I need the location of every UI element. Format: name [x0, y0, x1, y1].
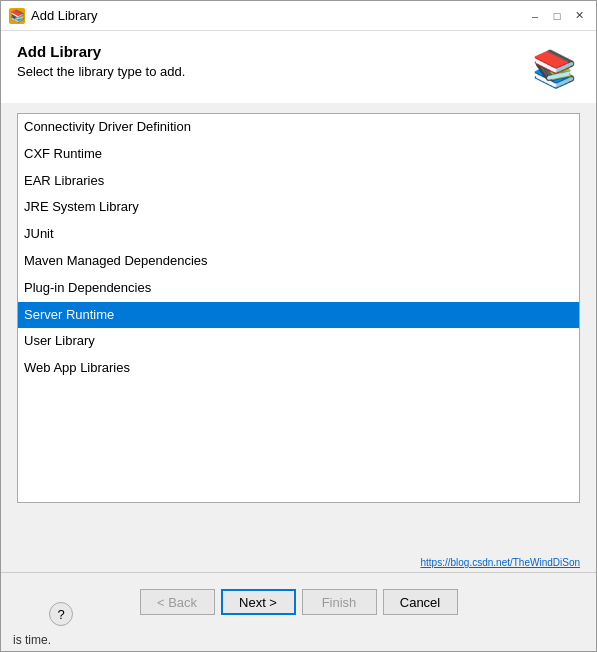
list-item[interactable]: CXF Runtime: [18, 141, 579, 168]
spacer: [1, 511, 596, 555]
list-item[interactable]: JUnit: [18, 221, 579, 248]
help-button[interactable]: ?: [49, 602, 73, 626]
list-item[interactable]: EAR Libraries: [18, 168, 579, 195]
title-bar: 📚 Add Library – □ ✕: [1, 1, 596, 31]
next-button[interactable]: Next >: [221, 589, 296, 615]
bottom-strip: is time.: [1, 631, 596, 651]
bottom-area: ? < Back Next > Finish Cancel: [1, 572, 596, 631]
list-item[interactable]: JRE System Library: [18, 194, 579, 221]
minimize-button[interactable]: –: [526, 7, 544, 25]
library-icon: 📚: [532, 51, 577, 87]
list-item-server-runtime[interactable]: Server Runtime: [18, 302, 579, 329]
back-button[interactable]: < Back: [140, 589, 215, 615]
header-area: Add Library Select the library type to a…: [1, 31, 596, 103]
window: 📚 Add Library – □ ✕ Add Library Select t…: [0, 0, 597, 652]
header-text-block: Add Library Select the library type to a…: [17, 43, 528, 79]
button-row-wrapper: ? < Back Next > Finish Cancel: [17, 583, 580, 621]
window-icon: 📚: [9, 8, 25, 24]
window-title: Add Library: [31, 8, 97, 23]
maximize-button[interactable]: □: [548, 7, 566, 25]
partial-text: is time.: [9, 633, 51, 647]
list-item[interactable]: Connectivity Driver Definition: [18, 114, 579, 141]
list-item[interactable]: Maven Managed Dependencies: [18, 248, 579, 275]
list-item[interactable]: Web App Libraries: [18, 355, 579, 382]
library-type-list[interactable]: Connectivity Driver Definition CXF Runti…: [17, 113, 580, 503]
button-row: < Back Next > Finish Cancel: [140, 583, 458, 621]
dialog-title: Add Library: [17, 43, 528, 60]
watermark-link: https://blog.csdn.net/TheWindDiSon: [1, 555, 596, 572]
close-button[interactable]: ✕: [570, 7, 588, 25]
list-item[interactable]: Plug-in Dependencies: [18, 275, 579, 302]
dialog-subtitle: Select the library type to add.: [17, 64, 528, 79]
header-section: Add Library Select the library type to a…: [17, 43, 580, 95]
cancel-button[interactable]: Cancel: [383, 589, 458, 615]
finish-button[interactable]: Finish: [302, 589, 377, 615]
title-bar-controls: – □ ✕: [526, 7, 588, 25]
title-bar-left: 📚 Add Library: [9, 8, 97, 24]
list-item-user-library[interactable]: User Library: [18, 328, 579, 355]
header-icon: 📚: [528, 43, 580, 95]
